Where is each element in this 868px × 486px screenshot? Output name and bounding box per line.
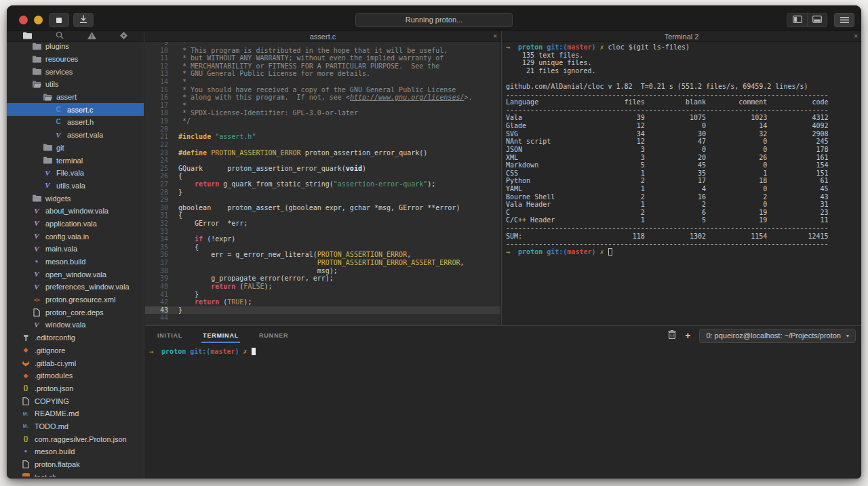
sidebar-tab-files[interactable]	[23, 32, 32, 41]
bottom-tab-runner[interactable]: RUNNER	[258, 328, 290, 342]
tree-item[interactable]: widgets	[7, 192, 144, 205]
tree-item[interactable]: Cassert.h	[7, 116, 144, 129]
code-text: * SPDX-License-Identifier: GPL-3.0-or-la…	[168, 109, 358, 117]
sidebar-tab-warnings[interactable]	[87, 32, 96, 41]
tree-item[interactable]: Vassert.vala	[7, 129, 144, 142]
code-text: msg);	[168, 267, 338, 275]
bottom-terminal[interactable]: → proton git:(master) ✗	[145, 346, 861, 356]
tree-item[interactable]: Vwindow.vala	[7, 319, 144, 331]
line-number: 13	[145, 70, 168, 78]
vala-icon: V	[32, 245, 41, 253]
code-line: 14 *	[145, 78, 500, 86]
vala-icon: V	[32, 321, 41, 329]
tree-item[interactable]: Vconfig.vala.in	[7, 230, 144, 243]
tree-item[interactable]: </>proton.gresource.xml	[7, 293, 144, 306]
tree-item-label: proton.flatpak	[35, 460, 80, 468]
terminal-line: → proton git:(master) ✗ cloc $(git ls-fi…	[506, 43, 861, 52]
toggle-bottom-panel-button[interactable]	[807, 14, 827, 26]
close-window-button[interactable]	[19, 16, 28, 24]
tree-item[interactable]: ◆.gitignore	[7, 344, 144, 357]
line-number: 34	[145, 235, 168, 243]
add-terminal-button[interactable]: +	[685, 331, 690, 340]
delete-terminal-button[interactable]	[668, 330, 676, 341]
tree-item-label: git	[56, 144, 64, 152]
editor-tab-title[interactable]: assert.c	[310, 33, 336, 41]
json-icon: {}	[21, 385, 31, 391]
tree-item[interactable]: {}.proton.json	[7, 382, 144, 395]
bottom-tab-initial[interactable]: INITIAL	[156, 328, 184, 342]
line-number: 22	[145, 141, 168, 149]
tree-item[interactable]: {}com.raggesilver.Proton.json	[7, 432, 144, 445]
sidebar-tab-search[interactable]	[56, 32, 64, 41]
tree-item[interactable]: proton.flatpak	[7, 458, 144, 471]
code-line: 43}	[145, 306, 500, 315]
tree-item[interactable]: ●meson.build	[7, 445, 144, 458]
sidebar-tab-vcs[interactable]	[120, 32, 127, 41]
line-number: 19	[145, 117, 168, 125]
tree-item[interactable]: ◆.gitmodules	[7, 369, 144, 382]
vala-icon: V	[32, 220, 41, 227]
code-editor[interactable]: 9 *10 * This program is distributed in t…	[145, 39, 500, 325]
tree-item[interactable]: Vapplication.vala	[7, 218, 144, 230]
folder-icon	[32, 43, 41, 50]
tree-item[interactable]: COPYING	[7, 394, 144, 407]
tree-item[interactable]: proton_core.deps	[7, 306, 144, 319]
tree-item[interactable]: plugins	[7, 40, 144, 53]
bottom-tab-bar: INITIALTERMINALRUNNER + 0: pqueiroz@loca…	[145, 326, 861, 345]
line-number: 27	[145, 180, 168, 188]
tree-item[interactable]: M↓README.md	[7, 407, 144, 420]
terminal-line: Markdown 5 45 0 154	[506, 161, 861, 169]
vala-icon: V	[54, 131, 63, 139]
toggle-left-panel-button[interactable]	[787, 14, 807, 26]
code-line: 19 */	[145, 117, 500, 125]
code-text: * This program is distributed in the hop…	[168, 47, 448, 55]
code-text: {	[168, 211, 182, 220]
code-line: 30gboolean proton_assert_(gboolean expr,…	[145, 204, 500, 212]
code-text: if (!expr)	[168, 235, 235, 243]
tree-item[interactable]: Vpreferences_window.vala	[7, 281, 144, 293]
code-line: 39 g_propagate_error(error, err);	[145, 275, 500, 283]
bottom-tab-terminal[interactable]: TERMINAL	[201, 328, 240, 343]
file-tree[interactable]: pluginsresourcesservicesutilsassertCasse…	[7, 40, 144, 477]
code-line: 20	[145, 125, 500, 134]
terminal-2-output[interactable]: → proton git:(master) ✗ cloc $(git ls-fi…	[502, 42, 861, 256]
export-button[interactable]	[73, 13, 94, 27]
tree-item[interactable]: git	[7, 142, 144, 155]
tree-item[interactable]: terminal	[7, 154, 144, 167]
tree-item[interactable]: Vabout_window.vala	[7, 205, 144, 218]
minimize-window-button[interactable]	[34, 16, 43, 24]
vala-icon: V	[43, 182, 52, 189]
code-text: * MERCHANTABILITY or FITNESS FOR A PARTI…	[168, 62, 439, 70]
app-window: Running proton...	[7, 5, 861, 479]
tree-item[interactable]: M↓TODO.md	[7, 420, 144, 433]
code-text: #include "assert.h"	[168, 133, 256, 141]
stop-run-button[interactable]	[49, 13, 69, 27]
tree-item[interactable]: VFile.vala	[7, 167, 144, 180]
folder-icon	[32, 195, 41, 202]
tree-item[interactable]: utils	[7, 78, 144, 91]
menu-button[interactable]	[834, 13, 854, 27]
terminal-session-dropdown[interactable]: 0: pqueiroz@localhost: ~/Projects/proton…	[699, 329, 856, 343]
code-line: 24	[145, 157, 500, 165]
md-icon: M↓	[21, 411, 31, 416]
vala-icon: V	[32, 283, 41, 291]
left-panel-icon	[793, 15, 802, 25]
close-terminal-icon[interactable]: ×	[854, 31, 858, 41]
tree-item[interactable]: Vmain.vala	[7, 243, 144, 256]
tree-item[interactable]: Vutils.vala	[7, 180, 144, 193]
tree-item[interactable]: assert	[7, 91, 144, 104]
omnibar[interactable]: Running proton...	[355, 13, 513, 27]
tree-item[interactable]: services	[7, 65, 144, 78]
tree-item[interactable]: resources	[7, 53, 144, 66]
close-editor-icon[interactable]: ×	[493, 31, 497, 41]
tree-item[interactable]: Cassert.c	[7, 103, 144, 116]
terminal-line: SUM: 118 1302 1154 12415	[506, 232, 861, 241]
tree-item[interactable]: >_test.sh	[7, 470, 144, 477]
tree-item[interactable]: .gitlab-ci.yml	[7, 357, 144, 369]
line-number: 32	[145, 220, 168, 228]
tree-item-label: .gitmodules	[35, 371, 73, 380]
tree-item[interactable]: ●meson.build	[7, 256, 144, 268]
tree-item[interactable]: .editorconfig	[7, 331, 144, 344]
tree-item[interactable]: Vopen_window.vala	[7, 268, 144, 281]
meson-icon: ●	[21, 449, 31, 454]
